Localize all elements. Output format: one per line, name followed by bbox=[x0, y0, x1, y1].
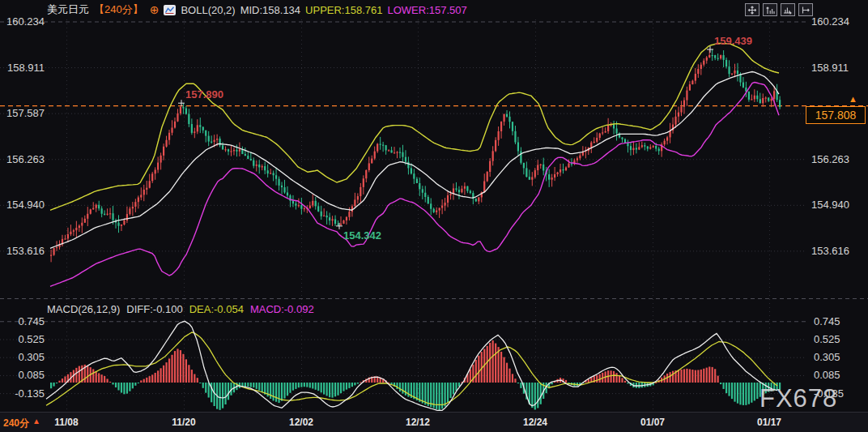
boll-lower-value: LOWER:157.507 bbox=[387, 4, 466, 16]
watermark: FX678 bbox=[760, 384, 837, 413]
price-axis-label-left: 153.616 bbox=[1, 245, 45, 257]
move-icon[interactable] bbox=[745, 3, 760, 16]
macd-indicator-label[interactable]: MACD(26,12,9) bbox=[47, 303, 120, 315]
price-axis-label-left: 156.263 bbox=[1, 153, 45, 165]
timeframe-label[interactable]: 【240分】 bbox=[94, 2, 143, 17]
macd-macd-value: MACD:-0.092 bbox=[250, 303, 314, 315]
macd-axis-label-left: 0.525 bbox=[1, 333, 45, 345]
price-axis-label-left: 160.234 bbox=[1, 15, 45, 28]
chart-canvas[interactable]: 157.890154.342159.439 bbox=[0, 0, 868, 432]
macd-diff-value: DIFF:-0.100 bbox=[126, 303, 182, 315]
price-axis-label-right: 160.234 bbox=[811, 15, 849, 28]
macd-axis-label-left: 0.085 bbox=[1, 369, 45, 381]
x-axis-date-label: 01/17 bbox=[757, 417, 781, 428]
price-annotation: 159.439 bbox=[714, 35, 752, 47]
macd-axis-label-right: 0.525 bbox=[814, 333, 840, 345]
price-up-arrow-icon: ▲ bbox=[849, 95, 857, 104]
zoom-y-axis-icon[interactable] bbox=[763, 3, 777, 16]
chart-type-icon[interactable] bbox=[164, 5, 176, 15]
price-axis-label-right: 158.911 bbox=[811, 62, 849, 74]
price-axis-label-left: 157.587 bbox=[1, 107, 45, 119]
macd-axis-label-left: -0.135 bbox=[1, 387, 45, 400]
price-axis-label-right: 154.940 bbox=[811, 199, 849, 211]
x-axis-date-label: 12/24 bbox=[523, 417, 547, 428]
macd-axis-label-right: 0.305 bbox=[814, 351, 840, 363]
boll-mid-value: MID:158.134 bbox=[240, 4, 300, 16]
zoom-x-axis-icon[interactable] bbox=[781, 3, 795, 16]
chart-header: 美元日元 【240分】 ⊕ BOLL(20,2) MID:158.134 UPP… bbox=[47, 2, 467, 17]
add-indicator-icon[interactable]: ⊕ bbox=[150, 3, 160, 16]
macd-dea-value: DEA:-0.054 bbox=[189, 303, 244, 315]
x-axis-date-label: 11/08 bbox=[54, 417, 78, 428]
price-axis-label-right: 156.263 bbox=[811, 153, 849, 165]
timeframe-badge[interactable]: 240分 bbox=[3, 417, 29, 430]
x-axis-date-label: 12/02 bbox=[289, 417, 313, 428]
symbol-name: 美元日元 bbox=[47, 2, 89, 17]
boll-upper-value: UPPER:158.761 bbox=[305, 4, 382, 16]
trading-chart-window: 157.890154.342159.439 美元日元 【240分】 ⊕ BOLL… bbox=[0, 0, 868, 432]
price-axis-label-right: 153.616 bbox=[811, 245, 849, 257]
chart-toolbar bbox=[745, 3, 813, 16]
macd-axis-label-left: 0.305 bbox=[1, 351, 45, 363]
price-annotation: 157.890 bbox=[185, 88, 223, 101]
x-axis-date-label: 12/12 bbox=[406, 417, 430, 428]
pan-right-icon[interactable] bbox=[798, 3, 813, 16]
x-axis-date-label: 01/07 bbox=[640, 417, 665, 428]
price-axis-label-left: 154.940 bbox=[1, 199, 45, 211]
macd-axis-label-right: 0.085 bbox=[814, 369, 840, 381]
price-annotation: 154.342 bbox=[343, 229, 381, 242]
x-axis-date-label: 11/20 bbox=[172, 417, 195, 428]
current-price-tag: 157.808 bbox=[806, 106, 866, 124]
macd-header: MACD(26,12,9) DIFF:-0.100 DEA:-0.054 MAC… bbox=[47, 303, 314, 315]
timeframe-up-arrow-icon[interactable]: ▲ bbox=[32, 417, 40, 426]
macd-axis-label-left: 0.745 bbox=[1, 315, 45, 327]
macd-axis-label-right: 0.745 bbox=[814, 315, 840, 327]
time-axis-bar: 240分 ▲ 11/0811/2012/0212/1212/2401/0701/… bbox=[0, 412, 868, 432]
price-axis-label-left: 158.911 bbox=[1, 62, 45, 74]
boll-indicator-label[interactable]: BOLL(20,2) bbox=[181, 4, 235, 16]
